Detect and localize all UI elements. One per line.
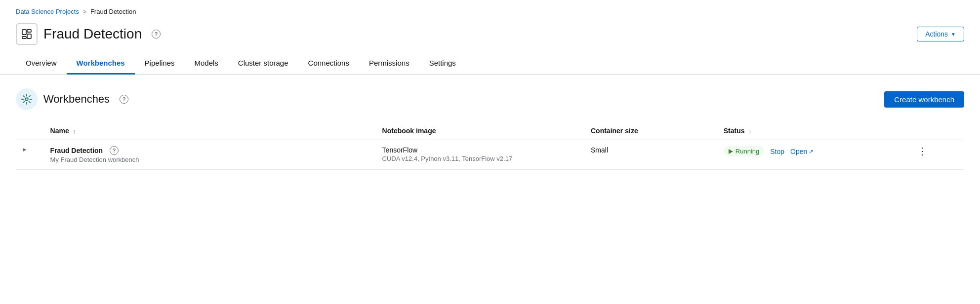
workbenches-table: Name ↕ Notebook image Container size Sta… (16, 122, 964, 170)
container-size: Small (591, 146, 608, 154)
tabs-container: Overview Workbenches Pipelines Models Cl… (0, 53, 980, 75)
workbench-name: Fraud Detection ? (50, 146, 370, 155)
status-cell: Running Stop Open ↗︎ (718, 140, 907, 170)
tab-permissions[interactable]: Permissions (359, 53, 419, 75)
section-help-icon[interactable]: ? (120, 95, 128, 104)
kebab-menu-button[interactable]: ⋮ (913, 146, 931, 156)
svg-rect-3 (22, 37, 26, 38)
breadcrumb-separator: > (83, 8, 86, 15)
page-header-left: Fraud Detection ? (16, 23, 161, 45)
tab-overview[interactable]: Overview (16, 53, 67, 75)
tab-cluster-storage[interactable]: Cluster storage (228, 53, 298, 75)
sort-icon-name[interactable]: ↕ (73, 128, 76, 134)
workbenches-icon (16, 88, 38, 110)
col-header-actions (907, 122, 964, 140)
tab-pipelines[interactable]: Pipelines (135, 53, 185, 75)
actions-button[interactable]: Actions ▼ (917, 27, 964, 41)
chevron-down-icon: ▼ (951, 32, 956, 37)
breadcrumb: Data Science Projects > Fraud Detection (0, 0, 980, 19)
sort-icon-status[interactable]: ↕ (748, 128, 751, 134)
stop-button[interactable]: Stop (770, 148, 784, 155)
col-header-container: Container size (585, 122, 718, 140)
section-title: Workbenches (43, 93, 110, 106)
svg-rect-2 (27, 34, 31, 38)
page-title: Fraud Detection (43, 26, 142, 42)
kebab-cell: ⋮ (907, 140, 964, 170)
tab-models[interactable]: Models (184, 53, 228, 75)
section-header: Workbenches ? Create workbench (16, 88, 964, 110)
status-badge: Running (724, 146, 764, 156)
col-header-notebook: Notebook image (376, 122, 585, 140)
tab-workbenches[interactable]: Workbenches (67, 53, 135, 75)
svg-rect-1 (27, 30, 31, 32)
notebook-image-name: TensorFlow (382, 146, 579, 154)
breadcrumb-current: Fraud Detection (90, 8, 136, 15)
row-expander[interactable]: ► (16, 140, 44, 170)
running-play-icon (729, 149, 733, 154)
workbench-help-icon[interactable]: ? (110, 146, 119, 155)
section-header-left: Workbenches ? (16, 88, 128, 110)
workbench-name-cell: Fraud Detection ? My Fraud Detection wor… (44, 140, 376, 170)
workbench-description: My Fraud Detection workbench (50, 156, 370, 163)
table-row: ► Fraud Detection ? My Fraud Detection w… (16, 140, 964, 170)
tab-connections[interactable]: Connections (298, 53, 359, 75)
svg-point-4 (25, 98, 28, 101)
create-workbench-button[interactable]: Create workbench (884, 91, 964, 108)
page-help-icon[interactable]: ? (152, 30, 161, 38)
workbenches-section: Workbenches ? Create workbench Name ↕ No… (0, 75, 980, 184)
breadcrumb-parent-link[interactable]: Data Science Projects (16, 8, 79, 15)
container-size-cell: Small (585, 140, 718, 170)
col-header-status: Status ↕ (718, 122, 907, 140)
project-icon (16, 23, 38, 45)
notebook-image-cell: TensorFlow CUDA v12.4, Python v3.11, Ten… (376, 140, 585, 170)
open-button[interactable]: Open ↗︎ (790, 148, 814, 155)
svg-rect-0 (22, 30, 26, 35)
tab-settings[interactable]: Settings (419, 53, 466, 75)
col-header-name: Name ↕ (44, 122, 376, 140)
notebook-image-details: CUDA v12.4, Python v3.11, TensorFlow v2.… (382, 155, 579, 162)
page-header: Fraud Detection ? Actions ▼ (0, 19, 980, 53)
status-group: Running Stop Open ↗︎ (724, 146, 901, 156)
external-link-icon: ↗︎ (809, 148, 814, 155)
